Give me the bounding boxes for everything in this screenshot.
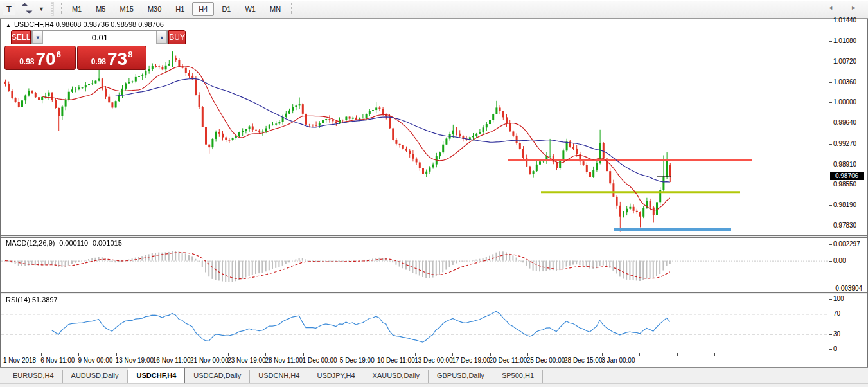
time-axis-label: 13 Dec 00:00 xyxy=(414,357,453,364)
buy-price-base: 0.98 xyxy=(91,57,106,66)
time-axis-label: 28 Dec 15:00 xyxy=(564,357,603,364)
time-axis-tick xyxy=(116,353,117,356)
macd-tick xyxy=(829,289,832,289)
dropdown-caret-icon[interactable]: ▼ xyxy=(39,6,44,12)
arrow-shape xyxy=(26,8,33,14)
timeframe-button-m5[interactable]: M5 xyxy=(89,2,112,16)
time-axis-label: 17 Dec 19:00 xyxy=(452,357,490,364)
chart-ohlc-values: 0.98608 0.98736 0.98598 0.98706 xyxy=(56,21,164,28)
time-axis-tick xyxy=(714,353,715,356)
sell-price-point: 6 xyxy=(57,50,61,59)
price-tick xyxy=(829,226,832,226)
time-axis-tick xyxy=(639,353,640,356)
time-axis-label: 6 Nov 11:00 xyxy=(40,357,75,364)
time-axis-tick xyxy=(154,353,154,356)
macd-chart[interactable] xyxy=(1,238,828,292)
time-axis-tick xyxy=(303,353,304,356)
time-axis-tick xyxy=(565,353,565,356)
price-tick xyxy=(829,205,832,206)
rsi-label: 100 xyxy=(833,295,844,302)
top-toolbar: T ▼ M1M5M15M30H1H4D1W1MN xyxy=(0,0,868,19)
price-axis[interactable]: 1.014401.010801.007201.003601.000000.996… xyxy=(829,19,867,235)
rsi-label: 70 xyxy=(833,310,840,317)
time-axis-tick xyxy=(677,353,678,356)
macd-tick xyxy=(829,261,832,262)
buy-price-display[interactable]: 0.98 73 8 xyxy=(77,46,146,70)
chart-tab-usdjpy-h4[interactable]: USDJPY,H4 xyxy=(308,370,364,383)
arrow-shape xyxy=(22,3,28,10)
price-label: 0.98910 xyxy=(833,161,856,168)
timeframe-button-m15[interactable]: M15 xyxy=(113,2,139,16)
time-axis-label: 10 Dec 11:00 xyxy=(377,357,415,364)
price-label: 0.99640 xyxy=(833,119,856,126)
price-label: 0.97830 xyxy=(833,222,856,229)
price-label: 1.01440 xyxy=(833,17,856,24)
chart-tab-eurusd-h4[interactable]: EURUSD,H4 xyxy=(4,370,63,383)
rsi-chart[interactable] xyxy=(1,294,828,353)
timeframe-button-h4[interactable]: H4 xyxy=(192,2,214,16)
time-axis-tick xyxy=(191,353,191,356)
time-axis-tick xyxy=(490,353,491,356)
price-tick xyxy=(829,123,832,123)
timeframe-button-m1[interactable]: M1 xyxy=(66,2,88,16)
main-chart-pane[interactable]: ▲USDCHF,H4 0.98608 0.98736 0.98598 0.987… xyxy=(1,19,867,235)
chart-symbol-label: USDCHF,H4 xyxy=(14,21,54,28)
macd-label: 0.002297 xyxy=(833,240,860,248)
toolbar-separator xyxy=(61,3,62,15)
rsi-label: 0 xyxy=(833,345,837,352)
rsi-tick xyxy=(829,299,832,300)
timeframe-button-m30[interactable]: M30 xyxy=(141,2,168,16)
chart-tab-xauusd-daily[interactable]: XAUUSD,Daily xyxy=(364,370,429,383)
price-label: 1.00720 xyxy=(833,58,856,65)
time-axis-tick xyxy=(415,353,416,356)
time-axis-label: 13 Nov 19:00 xyxy=(116,357,154,364)
buy-button[interactable]: BUY xyxy=(168,30,186,44)
time-axis-label: 1 Dec 00:00 xyxy=(303,357,337,364)
rsi-indicator-pane[interactable]: RSI(14) 51.3897 10070300 xyxy=(1,294,867,353)
status-strip xyxy=(0,383,868,387)
sell-price-display[interactable]: 0.98 70 6 xyxy=(4,46,76,70)
chart-tab-gbpusd-daily[interactable]: GBPUSD,Daily xyxy=(429,370,493,383)
macd-title: MACD(12,26,9) -0.000110 -0.001015 xyxy=(6,239,122,247)
time-axis[interactable]: 1 Nov 20186 Nov 11:009 Nov 00:0013 Nov 1… xyxy=(1,353,867,367)
timeframe-button-w1[interactable]: W1 xyxy=(238,2,262,16)
chart-tab-sp500-h1[interactable]: SP500,H1 xyxy=(493,370,543,383)
time-axis-tick xyxy=(228,353,229,356)
macd-tick xyxy=(829,244,832,245)
sell-button[interactable]: SELL xyxy=(11,30,31,44)
volume-input[interactable] xyxy=(43,31,156,44)
time-axis-tick xyxy=(452,353,453,356)
current-price-marker: 0.98706 xyxy=(830,172,864,180)
chart-tab-usdcnh-h4[interactable]: USDCNH,H4 xyxy=(250,370,308,383)
timeframe-button-mn[interactable]: MN xyxy=(263,2,287,16)
macd-indicator-pane[interactable]: MACD(12,26,9) -0.000110 -0.001015 0.0022… xyxy=(1,238,867,292)
timeframe-toolbar: M1M5M15M30H1H4D1W1MN xyxy=(58,0,288,19)
price-label: 0.99270 xyxy=(833,140,856,147)
time-axis-label: 23 Nov 19:00 xyxy=(227,357,266,364)
tile-windows-icon[interactable] xyxy=(21,2,37,16)
timeframe-button-h1[interactable]: H1 xyxy=(169,2,191,16)
time-axis-tick xyxy=(602,353,603,356)
tab-scroll-arrows[interactable]: ◂ ▸ xyxy=(829,4,864,11)
toolbar-grip-handle[interactable] xyxy=(51,2,54,16)
timeframe-button-d1[interactable]: D1 xyxy=(215,2,237,16)
time-axis-label: 5 Dec 19:00 xyxy=(340,357,375,364)
time-axis-label: 1 Nov 2018 xyxy=(3,357,36,364)
chart-system-icon[interactable]: T xyxy=(3,3,15,15)
volume-decrease-button[interactable]: ▼ xyxy=(32,31,43,44)
chart-tab-usdchf-h4[interactable]: USDCHF,H4 xyxy=(128,368,186,383)
price-tick xyxy=(829,62,832,62)
volume-increase-button[interactable]: ▲ xyxy=(156,31,167,44)
time-axis-label: 9 Nov 00:00 xyxy=(78,357,112,364)
chart-tab-usdcad-daily[interactable]: USDCAD,Daily xyxy=(185,370,250,383)
price-label: 1.00360 xyxy=(833,78,856,86)
time-axis-label: 21 Nov 00:00 xyxy=(190,357,229,364)
time-axis-tick xyxy=(341,353,341,356)
macd-label: -0.003904 xyxy=(833,285,862,292)
time-axis-label: 25 Dec 00:00 xyxy=(527,357,565,364)
buy-price-point: 8 xyxy=(128,50,132,59)
chart-tab-audusd-daily[interactable]: AUDUSD,Daily xyxy=(63,370,128,383)
panel-collapse-icon[interactable]: ▲ xyxy=(6,22,11,28)
price-tick xyxy=(829,144,832,145)
price-label: 1.01080 xyxy=(833,37,856,44)
